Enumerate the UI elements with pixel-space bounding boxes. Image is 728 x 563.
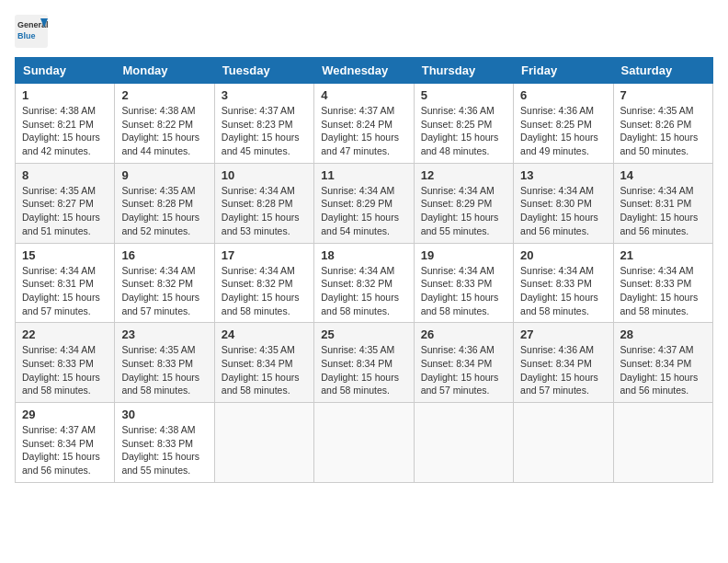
calendar-cell: 14Sunrise: 4:34 AMSunset: 8:31 PMDayligh… [613,163,712,243]
day-info: Sunrise: 4:34 AMSunset: 8:33 PMDaylight:… [22,343,108,397]
calendar-cell: 15Sunrise: 4:34 AMSunset: 8:31 PMDayligh… [16,243,115,323]
calendar-cell: 24Sunrise: 4:35 AMSunset: 8:34 PMDayligh… [214,323,313,403]
day-number: 3 [222,88,307,102]
day-info: Sunrise: 4:37 AMSunset: 8:34 PMDaylight:… [22,423,108,477]
svg-text:Blue: Blue [17,31,36,40]
calendar-cell: 11Sunrise: 4:34 AMSunset: 8:29 PMDayligh… [314,163,414,243]
calendar-cell: 23Sunrise: 4:35 AMSunset: 8:33 PMDayligh… [115,323,214,403]
day-number: 8 [22,168,108,182]
day-info: Sunrise: 4:35 AMSunset: 8:34 PMDaylight:… [321,343,406,397]
calendar-cell: 30Sunrise: 4:38 AMSunset: 8:33 PMDayligh… [115,403,214,483]
day-number: 2 [121,88,207,102]
day-number: 1 [22,88,108,102]
calendar-cell: 28Sunrise: 4:37 AMSunset: 8:34 PMDayligh… [613,323,712,403]
day-number: 26 [421,327,506,341]
calendar-cell: 7Sunrise: 4:35 AMSunset: 8:26 PMDaylight… [613,84,712,164]
day-info: Sunrise: 4:34 AMSunset: 8:31 PMDaylight:… [22,264,108,318]
day-info: Sunrise: 4:37 AMSunset: 8:34 PMDaylight:… [620,343,706,397]
calendar-cell: 29Sunrise: 4:37 AMSunset: 8:34 PMDayligh… [16,403,115,483]
calendar-cell: 6Sunrise: 4:36 AMSunset: 8:25 PMDaylight… [514,84,613,164]
day-info: Sunrise: 4:38 AMSunset: 8:33 PMDaylight:… [121,423,207,477]
day-number: 29 [22,408,108,421]
day-number: 4 [321,88,406,102]
calendar-cell: 19Sunrise: 4:34 AMSunset: 8:33 PMDayligh… [414,243,513,323]
weekday-header-saturday: Saturday [613,58,712,84]
header: General Blue [15,15,713,48]
day-info: Sunrise: 4:34 AMSunset: 8:29 PMDaylight:… [321,184,406,238]
calendar-cell: 9Sunrise: 4:35 AMSunset: 8:28 PMDaylight… [115,163,214,243]
day-number: 27 [520,327,606,341]
calendar-cell: 16Sunrise: 4:34 AMSunset: 8:32 PMDayligh… [115,243,214,323]
day-number: 16 [121,248,207,262]
day-number: 15 [22,248,108,262]
day-number: 30 [121,408,207,421]
day-number: 10 [222,168,307,182]
logo-svg: General Blue [15,15,48,48]
day-info: Sunrise: 4:36 AMSunset: 8:25 PMDaylight:… [421,104,506,158]
day-info: Sunrise: 4:38 AMSunset: 8:22 PMDaylight:… [121,104,207,158]
day-number: 28 [620,327,706,341]
day-info: Sunrise: 4:34 AMSunset: 8:33 PMDaylight:… [620,264,706,318]
day-info: Sunrise: 4:37 AMSunset: 8:24 PMDaylight:… [321,104,406,158]
day-number: 24 [222,327,307,341]
calendar-cell [214,403,313,483]
calendar-week-row: 8Sunrise: 4:35 AMSunset: 8:27 PMDaylight… [16,163,713,243]
day-info: Sunrise: 4:36 AMSunset: 8:25 PMDaylight:… [520,104,606,158]
calendar-cell: 12Sunrise: 4:34 AMSunset: 8:29 PMDayligh… [414,163,513,243]
day-info: Sunrise: 4:35 AMSunset: 8:26 PMDaylight:… [620,104,706,158]
calendar-cell: 3Sunrise: 4:37 AMSunset: 8:23 PMDaylight… [214,84,313,164]
calendar-cell: 13Sunrise: 4:34 AMSunset: 8:30 PMDayligh… [514,163,613,243]
day-number: 18 [321,248,406,262]
day-info: Sunrise: 4:34 AMSunset: 8:31 PMDaylight:… [620,184,706,238]
logo: General Blue [15,15,48,48]
day-number: 13 [520,168,606,182]
day-number: 25 [321,327,406,341]
weekday-header-sunday: Sunday [16,58,115,84]
day-info: Sunrise: 4:36 AMSunset: 8:34 PMDaylight:… [520,343,606,397]
day-info: Sunrise: 4:34 AMSunset: 8:32 PMDaylight:… [121,264,207,318]
day-number: 21 [620,248,706,262]
calendar-cell: 22Sunrise: 4:34 AMSunset: 8:33 PMDayligh… [16,323,115,403]
calendar-cell: 10Sunrise: 4:34 AMSunset: 8:28 PMDayligh… [214,163,313,243]
calendar-cell [314,403,414,483]
day-info: Sunrise: 4:34 AMSunset: 8:32 PMDaylight:… [222,264,307,318]
weekday-header-wednesday: Wednesday [314,58,414,84]
calendar-cell: 1Sunrise: 4:38 AMSunset: 8:21 PMDaylight… [16,84,115,164]
day-info: Sunrise: 4:34 AMSunset: 8:33 PMDaylight:… [421,264,506,318]
calendar-cell: 8Sunrise: 4:35 AMSunset: 8:27 PMDaylight… [16,163,115,243]
weekday-header-thursday: Thursday [414,58,513,84]
day-info: Sunrise: 4:34 AMSunset: 8:33 PMDaylight:… [520,264,606,318]
calendar-week-row: 1Sunrise: 4:38 AMSunset: 8:21 PMDaylight… [16,84,713,164]
calendar-week-row: 15Sunrise: 4:34 AMSunset: 8:31 PMDayligh… [16,243,713,323]
day-info: Sunrise: 4:34 AMSunset: 8:30 PMDaylight:… [520,184,606,238]
day-info: Sunrise: 4:34 AMSunset: 8:29 PMDaylight:… [421,184,506,238]
calendar-cell: 5Sunrise: 4:36 AMSunset: 8:25 PMDaylight… [414,84,513,164]
day-number: 6 [520,88,606,102]
calendar-cell: 25Sunrise: 4:35 AMSunset: 8:34 PMDayligh… [314,323,414,403]
weekday-header-tuesday: Tuesday [214,58,313,84]
weekday-header-monday: Monday [115,58,214,84]
calendar-week-row: 22Sunrise: 4:34 AMSunset: 8:33 PMDayligh… [16,323,713,403]
calendar-cell [514,403,613,483]
calendar-cell: 2Sunrise: 4:38 AMSunset: 8:22 PMDaylight… [115,84,214,164]
day-info: Sunrise: 4:35 AMSunset: 8:33 PMDaylight:… [121,343,207,397]
day-number: 20 [520,248,606,262]
calendar-cell: 17Sunrise: 4:34 AMSunset: 8:32 PMDayligh… [214,243,313,323]
day-number: 22 [22,327,108,341]
day-number: 12 [421,168,506,182]
calendar-cell: 21Sunrise: 4:34 AMSunset: 8:33 PMDayligh… [613,243,712,323]
day-info: Sunrise: 4:38 AMSunset: 8:21 PMDaylight:… [22,104,108,158]
calendar-cell [414,403,513,483]
calendar-cell: 18Sunrise: 4:34 AMSunset: 8:32 PMDayligh… [314,243,414,323]
day-number: 14 [620,168,706,182]
calendar-table: SundayMondayTuesdayWednesdayThursdayFrid… [15,57,713,483]
day-number: 9 [121,168,207,182]
day-info: Sunrise: 4:35 AMSunset: 8:34 PMDaylight:… [222,343,307,397]
day-number: 17 [222,248,307,262]
calendar-cell: 20Sunrise: 4:34 AMSunset: 8:33 PMDayligh… [514,243,613,323]
calendar-cell [613,403,712,483]
calendar-cell: 27Sunrise: 4:36 AMSunset: 8:34 PMDayligh… [514,323,613,403]
calendar-week-row: 29Sunrise: 4:37 AMSunset: 8:34 PMDayligh… [16,403,713,483]
day-number: 23 [121,327,207,341]
day-info: Sunrise: 4:35 AMSunset: 8:28 PMDaylight:… [121,184,207,238]
